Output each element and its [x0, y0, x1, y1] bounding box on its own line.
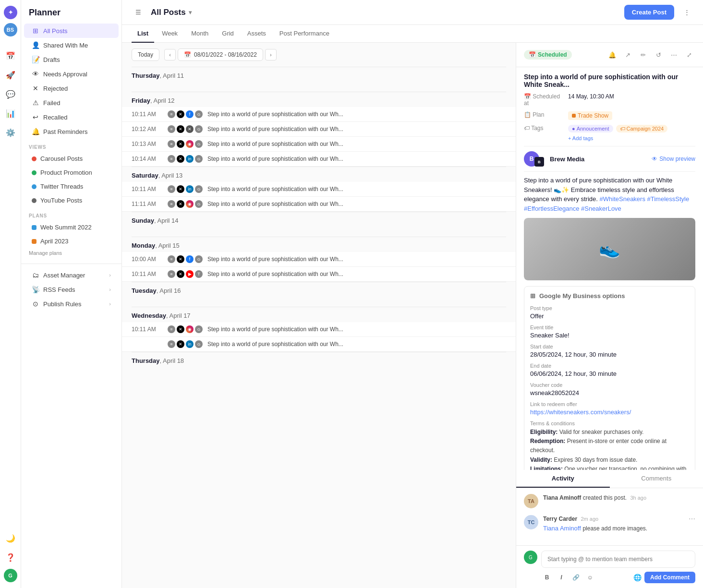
page-title[interactable]: All Posts ▾	[151, 8, 192, 17]
show-preview-button[interactable]: 👁 Show preview	[652, 156, 695, 162]
edit-button[interactable]: ✏	[637, 48, 649, 61]
end-date-field: End date 06/06/2024, 12 hour, 30 minute	[530, 363, 689, 377]
buffer-icon: ≡	[168, 325, 175, 333]
tab-week[interactable]: Week	[156, 25, 183, 43]
sidebar-item-rejected[interactable]: ✕ Rejected	[24, 81, 119, 96]
help-icon[interactable]: ❓	[3, 550, 18, 565]
x-icon: ✕	[177, 110, 184, 118]
post-row[interactable]: 10:11 AM ≡ ✕ ◉ G Step into a world of pu…	[122, 322, 516, 337]
sidebar-item-needs-approval[interactable]: 👁 Needs Approval	[24, 67, 119, 81]
italic-button[interactable]: I	[556, 572, 567, 583]
sidebar-item-past-reminders[interactable]: 🔔 Past Reminders	[24, 124, 119, 139]
sidebar-item-shared[interactable]: 👤 Shared With Me	[24, 38, 119, 52]
post-type-value: Offer	[530, 312, 689, 320]
post-image: 👟	[524, 218, 695, 280]
more-button[interactable]: ⋯	[667, 48, 680, 61]
view-tabs: List Week Month Grid Assets Post Perform…	[122, 25, 703, 43]
comment-input[interactable]	[541, 551, 695, 568]
title-dropdown-arrow: ▾	[189, 9, 192, 16]
link-value[interactable]: https://whitesneakers.com/sneakers/	[530, 408, 689, 416]
tab-assets[interactable]: Assets	[242, 25, 272, 43]
post-row[interactable]: 10:14 AM ≡ ✕ in G Step into a world of p…	[122, 152, 516, 167]
post-platforms: ≡ ✕ ◉ G	[168, 325, 203, 333]
post-row[interactable]: ≡ ✕ in G Step into a world of pure sophi…	[122, 337, 516, 352]
dark-mode-icon[interactable]: 🌙	[3, 530, 18, 546]
add-comment-button[interactable]: Add Comment	[644, 572, 695, 583]
today-button[interactable]: Today	[132, 48, 159, 61]
post-row[interactable]: 10:13 AM ≡ ✕ ◉ G Step into a world of pu…	[122, 137, 516, 152]
post-time: 10:11 AM	[132, 186, 163, 192]
plan-label: 📋 Plan	[524, 111, 562, 118]
sidebar-item-product[interactable]: Product Promotion	[24, 166, 119, 180]
sidebar-item-web-summit[interactable]: Web Summit 2022	[24, 220, 119, 234]
emoji-button[interactable]: ☺	[584, 572, 596, 583]
manage-plans-link[interactable]: Manage plans	[21, 248, 121, 260]
notification-button[interactable]: 🔔	[606, 48, 618, 61]
post-platforms: ≡ ✕ in G	[168, 155, 203, 163]
add-tag-button[interactable]: + Add tags	[568, 135, 593, 141]
tab-list[interactable]: List	[132, 25, 154, 43]
prev-date-button[interactable]: ‹	[164, 49, 176, 60]
post-row[interactable]: 10:00 AM ≡ ✕ f G Step into a world of pu…	[122, 252, 516, 267]
activity-more-button[interactable]: ⋯	[689, 515, 695, 523]
tab-grid[interactable]: Grid	[216, 25, 240, 43]
gmb-icon: G	[195, 200, 203, 208]
more-options-button[interactable]: ⋮	[680, 6, 693, 19]
sidebar-item-rss[interactable]: 📡 RSS Feeds ›	[24, 282, 119, 297]
sidebar-item-asset-manager[interactable]: 🗂 Asset Manager ›	[24, 268, 119, 282]
post-platforms: ≡ ✕ in G	[168, 185, 203, 193]
nav-settings-icon[interactable]: ⚙️	[3, 125, 18, 140]
language-button[interactable]: 🌐	[633, 574, 642, 581]
bold-button[interactable]: B	[541, 572, 553, 583]
share-button[interactable]: ↗	[621, 48, 634, 61]
date-range-picker[interactable]: 📅 08/01/2022 - 08/16/2022	[178, 48, 263, 61]
tag-campaign[interactable]: 🏷 Campaign 2024	[616, 125, 668, 132]
create-post-button[interactable]: Create Post	[624, 5, 674, 20]
post-row[interactable]: 10:11 AM ≡ ✕ in G Step into a world of p…	[122, 182, 516, 197]
shared-icon: 👤	[32, 41, 39, 49]
tab-month[interactable]: Month	[185, 25, 214, 43]
x-icon: ✕	[177, 255, 184, 263]
activity-text: Terry Carder 2m ago	[543, 516, 598, 522]
nav-publish-icon[interactable]: 🚀	[3, 67, 18, 83]
post-row[interactable]: 10:11 AM ≡ ✕ f G Step into a world of pu…	[122, 107, 516, 122]
all-posts-icon: ⊞	[32, 27, 39, 35]
scheduled-label: 📅 Scheduled at	[524, 93, 562, 107]
buffer-icon: ≡	[168, 110, 175, 118]
post-row[interactable]: 11:11 AM ≡ ✕ ◉ G Step into a world of pu…	[122, 197, 516, 212]
expand-button[interactable]: ⤢	[683, 48, 695, 61]
tab-activity[interactable]: Activity	[516, 470, 610, 488]
x-icon: ✕	[177, 340, 184, 348]
activity-list: TA Tiana Aminoff created this post. 3h a…	[516, 488, 703, 545]
nav-engage-icon[interactable]: 💬	[3, 86, 18, 102]
hamburger-button[interactable]: ☰	[132, 6, 145, 19]
sidebar-item-carousel[interactable]: Carousel Posts	[24, 152, 119, 166]
sidebar-item-recalled[interactable]: ↩ Recalled	[24, 110, 119, 124]
sidebar-item-youtube[interactable]: YouTube Posts	[24, 193, 119, 207]
link-button[interactable]: 🔗	[570, 572, 582, 583]
post-time: 11:11 AM	[132, 201, 163, 207]
refresh-button[interactable]: ↺	[652, 48, 665, 61]
gmb-icon: G	[195, 340, 203, 348]
tag-announcement[interactable]: ● Annoucement	[568, 125, 613, 132]
nav-planner-icon[interactable]: 📅	[3, 48, 18, 63]
sidebar-item-drafts[interactable]: 📝 Drafts	[24, 52, 119, 67]
sidebar-item-twitter[interactable]: Twitter Threads	[24, 180, 119, 193]
workspace-avatar[interactable]: BS	[4, 23, 17, 36]
post-text: Step into a world of pure sophistication…	[207, 156, 506, 162]
sidebar-item-failed[interactable]: ⚠ Failed	[24, 96, 119, 110]
sidebar-item-publish-rules[interactable]: ⊙ Publish Rules ›	[24, 297, 119, 311]
sidebar-item-april-2023[interactable]: April 2023	[24, 234, 119, 248]
post-row[interactable]: 10:11 AM ≡ ✕ ▶ T Step into a world of pu…	[122, 267, 516, 282]
tab-post-performance[interactable]: Post Performance	[274, 25, 335, 43]
nav-analytics-icon[interactable]: 📊	[3, 106, 18, 121]
sidebar-item-all-posts[interactable]: ⊞ All Posts	[24, 24, 119, 38]
post-row[interactable]: 10:12 AM ≡ ✕ ✕ G Step into a world of pu…	[122, 122, 516, 137]
day-group-tue-16: Tuesday, April 16	[122, 282, 516, 307]
tab-comments[interactable]: Comments	[610, 470, 703, 488]
x-icon: ✕	[177, 200, 184, 208]
user-avatar[interactable]: G	[4, 569, 17, 582]
day-header: Thursday, April 18	[122, 352, 516, 367]
x-icon: ✕	[177, 155, 184, 163]
next-date-button[interactable]: ›	[265, 49, 277, 60]
